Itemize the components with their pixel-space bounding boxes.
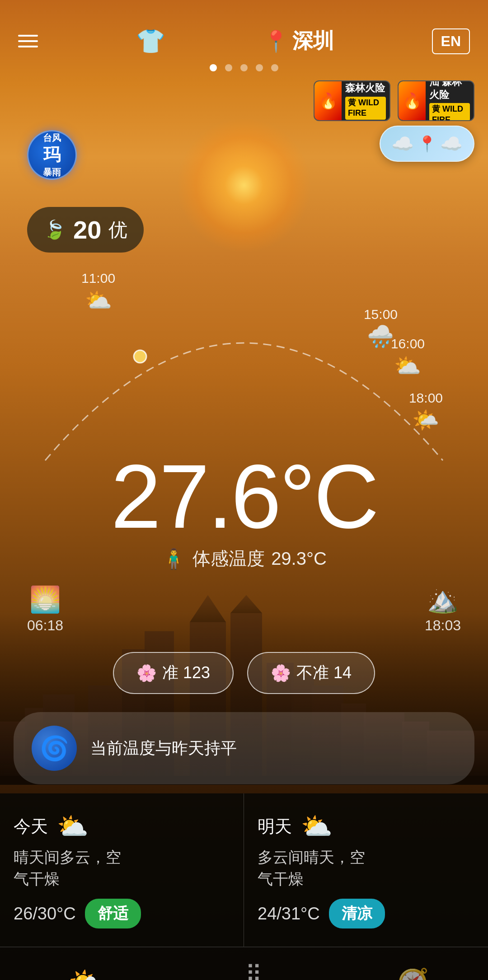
time-15-text: 15:00	[364, 307, 398, 322]
menu-button[interactable]	[18, 35, 38, 47]
today-temp-row: 26/30°C 舒适	[14, 899, 230, 928]
discover-nav-icon: 🧭	[397, 967, 429, 980]
banner-logo-icon: 🌀	[40, 735, 69, 762]
city-name: 深圳	[292, 27, 334, 55]
nav-products[interactable]: ⠿ 我的产品 @深圳天气	[228, 961, 279, 980]
time-16-icon: ⛅	[391, 353, 425, 379]
top-bar: 👕 📍 深圳 EN	[0, 0, 488, 60]
temp-value: 27.6	[111, 446, 279, 547]
alert-shenzhen-wildfire[interactable]: 🔥 森林火险 黄 WILD FIRE	[314, 80, 390, 121]
alert-shenzhen-text: 森林火险 黄 WILD FIRE	[342, 80, 389, 121]
time-11-icon: ⛅	[81, 288, 115, 313]
sunrise-time: 06:18	[27, 617, 63, 633]
nav-weather[interactable]: 🌤️ 天气预报	[59, 967, 110, 980]
forecast-today: 今天 ⛅ 晴天间多云，空气干燥 26/30°C 舒适	[0, 793, 244, 947]
city-name-row: 📍 深圳	[263, 27, 334, 55]
app-container: 👕 📍 深圳 EN 🔥 森林火险 黄 WILD FIRE 🔥 汕 森林火险 黄 …	[0, 0, 488, 980]
tomorrow-temp-row: 24/31°C 清凉	[258, 899, 474, 928]
weather-nav-icon: 🌤️	[69, 967, 100, 980]
time-label-11: 11:00 ⛅	[81, 271, 115, 313]
location-pin-icon: 📍	[263, 29, 289, 53]
products-nav-icon: ⠿	[245, 961, 262, 980]
correct-icon: 🌸	[136, 664, 157, 683]
dot-1[interactable]	[210, 64, 217, 71]
time-label-18: 18:00 🌤️	[409, 390, 443, 433]
aqi-label: 优	[108, 217, 127, 243]
dot-5[interactable]	[271, 64, 278, 71]
forecast-tomorrow: 明天 ⛅ 多云间晴天，空气干燥 24/31°C 清凉	[244, 793, 488, 947]
typhoon-label: 台风 玛 暴雨	[43, 132, 61, 178]
correct-label: 准 123	[162, 662, 210, 684]
fire-icon: 🔥	[314, 80, 342, 121]
bottom-nav: 🌤️ 天气预报 ⠿ 我的产品 @深圳天气 🧭 发现	[0, 947, 488, 980]
time-label-16: 16:00 ⛅	[391, 336, 425, 379]
current-temperature: 27.6°C	[0, 451, 488, 542]
fire-icon-2: 🔥	[399, 80, 426, 121]
alert-level-yellow-2: 黄 WILD FIRE	[429, 103, 470, 121]
alert-region-label: 汕 森林火险	[429, 80, 470, 101]
banner-text: 当前温度与昨天持平	[90, 737, 237, 760]
alert-level-yellow: 黄 WILD FIRE	[345, 97, 386, 120]
forecast-section: 今天 ⛅ 晴天间多云，空气干燥 26/30°C 舒适 明天 ⛅ 多云间晴天，空气…	[0, 793, 488, 947]
alert-forest-label: 森林火险	[345, 82, 386, 95]
correct-forecast-button[interactable]: 🌸 准 123	[113, 652, 234, 694]
today-desc: 晴天间多云，空气干燥	[14, 847, 230, 890]
today-temp: 26/30°C	[14, 904, 76, 924]
sunset-icon: 🏔️	[425, 585, 461, 614]
incorrect-icon: 🌸	[271, 664, 291, 683]
alerts-row: 🔥 森林火险 黄 WILD FIRE 🔥 汕 森林火险 黄 WILD FIRE	[0, 71, 488, 121]
aqi-leaf-icon: 🍃	[43, 219, 66, 240]
incorrect-label: 不准 14	[296, 662, 352, 684]
today-weather-icon: ⛅	[57, 811, 89, 841]
time-18-icon: 🌤️	[409, 408, 443, 433]
sun-times-row: 🌅 06:18 🏔️ 18:03	[0, 576, 488, 643]
incorrect-forecast-button[interactable]: 🌸 不准 14	[247, 652, 375, 694]
tomorrow-label: 明天	[258, 815, 292, 838]
info-banner: 🌀 当前温度与昨天持平	[14, 712, 474, 784]
banner-logo: 🌀	[32, 726, 77, 771]
map-cloud-right-icon: ☁️	[440, 133, 463, 155]
today-label: 今天	[14, 815, 48, 838]
aqi-badge: 🍃 20 优	[27, 207, 144, 253]
page-dots	[0, 64, 488, 71]
tomorrow-weather-icon: ⛅	[301, 811, 333, 841]
dot-2[interactable]	[225, 64, 232, 71]
outfit-icon[interactable]: 👕	[136, 28, 165, 55]
forecast-grid: 今天 ⛅ 晴天间多云，空气干燥 26/30°C 舒适 明天 ⛅ 多云间晴天，空气…	[0, 793, 488, 947]
today-row: 今天 ⛅	[14, 811, 230, 841]
main-temp-section: 27.6°C 🧍‍♂️ 体感温度 29.3°C	[0, 451, 488, 571]
dot-3[interactable]	[240, 64, 248, 71]
feels-like-icon: 🧍‍♂️	[161, 547, 186, 571]
alert-shanwei-text: 汕 森林火险 黄 WILD FIRE	[426, 80, 474, 121]
map-pin-icon: 📍	[418, 135, 436, 153]
map-cloud-left-icon: ☁️	[391, 133, 414, 155]
forecast-accuracy-row: 🌸 准 123 🌸 不准 14	[0, 652, 488, 694]
svg-point-19	[134, 350, 146, 363]
map-button[interactable]: ☁️ 📍 ☁️	[380, 126, 474, 162]
feels-like-row: 🧍‍♂️ 体感温度 29.3°C	[0, 546, 488, 571]
language-toggle-button[interactable]: EN	[432, 28, 470, 54]
time-11-text: 11:00	[81, 271, 115, 286]
temp-unit: °C	[279, 446, 377, 547]
nav-discover[interactable]: 🧭 发现	[397, 967, 429, 980]
aqi-number: 20	[73, 215, 101, 244]
tomorrow-comfort-tag: 清凉	[329, 899, 385, 928]
feels-like-value: 29.3°C	[271, 549, 327, 569]
tomorrow-row: 明天 ⛅	[258, 811, 474, 841]
typhoon-badge[interactable]: 台风 玛 暴雨	[27, 130, 77, 180]
dot-4[interactable]	[256, 64, 263, 71]
time-16-text: 16:00	[391, 336, 425, 351]
today-comfort-tag: 舒适	[85, 899, 141, 928]
tomorrow-temp: 24/31°C	[258, 904, 320, 924]
sunset-display: 🏔️ 18:03	[425, 585, 461, 634]
alert-shanwei-wildfire[interactable]: 🔥 汕 森林火险 黄 WILD FIRE	[398, 80, 474, 121]
sunrise-display: 🌅 06:18	[27, 585, 63, 634]
tomorrow-desc: 多云间晴天，空气干燥	[258, 847, 474, 890]
time-18-text: 18:00	[409, 390, 443, 405]
sunrise-icon: 🌅	[27, 585, 63, 614]
sunset-time: 18:03	[425, 617, 461, 633]
feels-like-label: 体感温度	[192, 546, 265, 571]
